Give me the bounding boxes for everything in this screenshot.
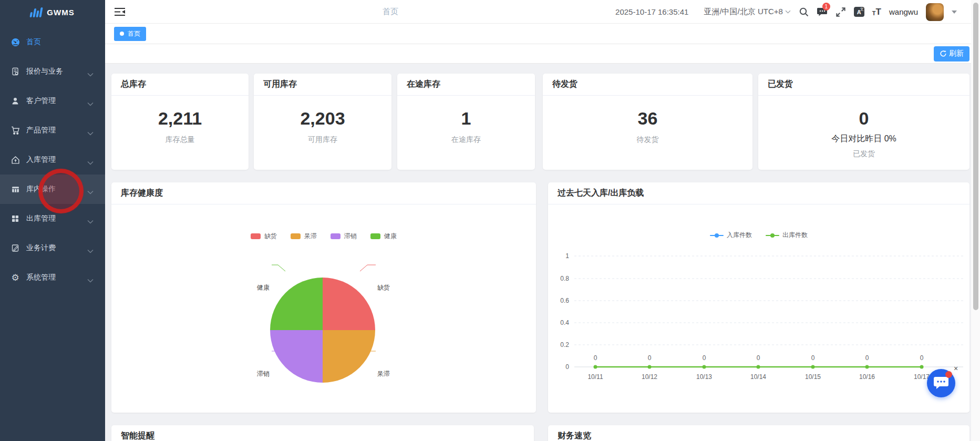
finance-overview-card: 财务速览 — [548, 425, 969, 441]
message-badge: 1 — [822, 3, 830, 11]
pie-label-slow-moving: 滞销 — [249, 370, 270, 378]
card-title: 库存健康度 — [111, 182, 536, 204]
chat-notification-dot — [945, 371, 952, 378]
sidebar-item-home[interactable]: 首页 — [0, 27, 105, 57]
svg-text:0.4: 0.4 — [560, 319, 569, 326]
svg-text:1: 1 — [565, 252, 569, 260]
stat-value: 2,203 — [300, 108, 345, 129]
tab-home[interactable]: 首页 — [114, 27, 146, 41]
pie-chart-area: 缺货 呆滞 滞销 健康 健康 缺货 滞销 呆滞 — [111, 204, 536, 412]
legend-item-outbound-count[interactable]: 出库件数 — [766, 231, 808, 240]
line-chart[interactable]: 1 0.8 0.6 0.4 0.2 0 0 0 0 0 0 — [548, 252, 969, 409]
card-title: 智能提醒 — [111, 425, 534, 441]
sidebar-item-label: 产品管理 — [26, 126, 87, 135]
svg-text:0: 0 — [920, 354, 924, 362]
sidebar-item-products[interactable]: 产品管理 — [0, 116, 105, 145]
top-header: 首页 2025-10-17 16:35:41 亚洲/中国/北京 UTC+8 1 … — [105, 0, 980, 24]
chat-bubble-icon — [933, 376, 949, 390]
refresh-button[interactable]: 刷新 — [934, 46, 969, 61]
sidebar-item-label: 业务计费 — [26, 243, 87, 253]
stat-card-total-inventory: 总库存 2,211 库存总量 — [111, 74, 249, 170]
tab-label: 首页 — [128, 29, 140, 38]
refresh-icon — [940, 50, 947, 57]
svg-text:0.8: 0.8 — [560, 275, 569, 282]
svg-text:10/15: 10/15 — [805, 373, 821, 381]
header-datetime: 2025-10-17 16:35:41 — [615, 7, 688, 16]
tab-bar: 首页 — [105, 24, 980, 44]
pie-label-stagnant: 呆滞 — [377, 370, 398, 378]
sidebar-item-billing[interactable]: 业务计费 — [0, 233, 105, 263]
app-logo: GWMS — [0, 0, 105, 24]
svg-text:0: 0 — [648, 354, 652, 362]
smart-alerts-card: 智能提醒 — [111, 425, 534, 441]
svg-text:10/12: 10/12 — [642, 373, 657, 381]
inventory-health-card: 库存健康度 缺货 呆滞 滞销 健康 健康 缺货 滞销 呆滞 — [111, 182, 536, 413]
stat-value: 1 — [461, 108, 471, 129]
line-legend: 入库件数 出库件数 — [548, 231, 969, 240]
grid-icon — [11, 214, 20, 223]
timezone-selector[interactable]: 亚洲/中国/北京 UTC+8 — [704, 7, 790, 17]
legend-label: 入库件数 — [727, 231, 752, 240]
legend-marker — [710, 234, 724, 237]
sidebar-item-label: 客户管理 — [26, 96, 87, 106]
sidebar-item-customers[interactable]: 客户管理 — [0, 86, 105, 116]
messages-icon[interactable]: 1 — [817, 7, 828, 17]
x-axis-labels: 10/11 10/12 10/13 10/14 10/15 10/16 10/1… — [587, 373, 930, 381]
sidebar-item-label: 报价与业务 — [26, 67, 87, 76]
chevron-down-icon — [87, 128, 94, 132]
active-tab-dot — [120, 32, 124, 36]
stat-subtitle: 在途库存 — [451, 135, 481, 145]
user-icon — [11, 96, 20, 106]
chevron-down-icon — [87, 275, 94, 280]
pie-leader-lines — [111, 204, 536, 390]
svg-text:0: 0 — [703, 354, 706, 362]
stat-card-shipped: 已发货 0 今日对比昨日 0% 已发货 — [758, 74, 969, 170]
sidebar-item-label: 首页 — [26, 37, 94, 47]
stat-value: 36 — [638, 108, 658, 129]
chevron-down-icon — [87, 158, 94, 162]
sidebar-item-quotation-business[interactable]: 报价与业务 — [0, 57, 105, 86]
scrollbar-thumb[interactable] — [973, 3, 978, 310]
avatar[interactable] — [926, 3, 944, 21]
sidebar-menu: 首页 报价与业务 客户管理 — [0, 27, 105, 292]
stat-value: 0 — [859, 108, 869, 129]
stat-subtitle: 库存总量 — [166, 135, 195, 145]
chevron-down-icon — [87, 99, 94, 103]
svg-text:0: 0 — [757, 354, 760, 362]
line-chart-area: 入库件数 出库件数 1 0.8 0 — [548, 204, 969, 412]
svg-text:10/13: 10/13 — [696, 373, 712, 381]
chevron-down-icon — [87, 69, 94, 74]
card-title: 已发货 — [758, 74, 969, 96]
header-actions: 2025-10-17 16:35:41 亚洲/中国/北京 UTC+8 1 A文 … — [615, 0, 957, 24]
font-size-icon[interactable]: TT — [872, 7, 881, 16]
card-title: 可用库存 — [254, 74, 391, 96]
legend-marker — [766, 234, 779, 237]
toolbar: 刷新 — [105, 44, 980, 64]
scrollbar-track — [971, 0, 980, 441]
dashboard-page: GWMS 首页 报价与业务 — [0, 0, 980, 441]
stat-card-pending-shipment: 待发货 36 待发货 — [543, 74, 752, 170]
sidebar-collapse-icon[interactable] — [115, 7, 126, 16]
stat-compare: 今日对比昨日 0% — [831, 134, 896, 145]
svg-text:0: 0 — [811, 354, 815, 362]
svg-text:10/11: 10/11 — [587, 373, 603, 381]
chevron-down-icon — [785, 10, 791, 14]
timezone-label: 亚洲/中国/北京 UTC+8 — [704, 7, 782, 17]
legend-item-inbound-count[interactable]: 入库件数 — [710, 231, 752, 240]
translate-icon[interactable]: A文 — [854, 7, 864, 17]
sidebar: GWMS 首页 报价与业务 — [0, 0, 105, 441]
card-title: 在途库存 — [397, 74, 535, 96]
sidebar-item-label: 入库管理 — [26, 155, 87, 165]
chevron-down-icon — [87, 187, 94, 191]
fullscreen-icon[interactable] — [835, 7, 846, 17]
chevron-down-icon — [87, 246, 94, 250]
card-title: 总库存 — [111, 74, 249, 96]
user-menu-caret-icon[interactable] — [952, 11, 957, 14]
sidebar-item-system[interactable]: ⚙ 系统管理 — [0, 263, 105, 292]
svg-text:0: 0 — [565, 363, 569, 371]
sidebar-item-label: 出库管理 — [26, 214, 87, 223]
breadcrumb: 首页 — [383, 7, 398, 17]
card-title: 财务速览 — [548, 425, 969, 441]
search-icon[interactable] — [799, 7, 809, 17]
chat-close-icon[interactable]: × — [952, 365, 960, 372]
